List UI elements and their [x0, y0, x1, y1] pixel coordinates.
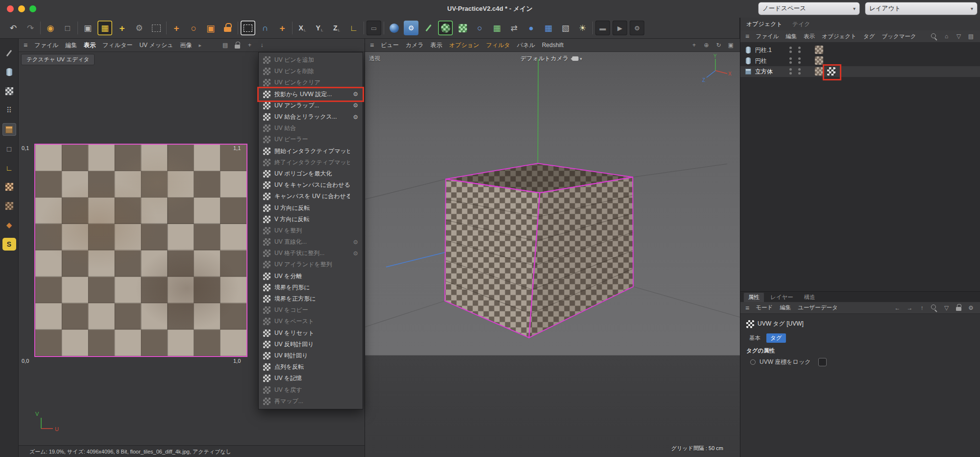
menu-item[interactable]: UV アンラップ... ⚙: [259, 100, 363, 111]
menu-item[interactable]: オプション: [449, 41, 479, 50]
menu-item[interactable]: ファイル: [756, 33, 779, 40]
menu-item[interactable]: 画像: [180, 41, 192, 50]
lock-icon[interactable]: [233, 41, 242, 50]
hamburger-icon[interactable]: ≡: [370, 41, 374, 49]
render-gear-icon[interactable]: ⚙: [630, 21, 644, 35]
uvw-tag-icon[interactable]: [827, 67, 835, 76]
play-icon[interactable]: ▶: [612, 21, 627, 35]
visibility-dots[interactable]: [789, 47, 792, 53]
menu-item[interactable]: キャンバスを UV に合わせる ⚙: [259, 191, 363, 202]
menu-item[interactable]: 編集: [65, 41, 77, 50]
menu-item[interactable]: UV 反時計回り ⚙: [259, 339, 363, 350]
menu-item[interactable]: UV ピンをクリア ⚙: [259, 77, 363, 88]
timeline-icon[interactable]: ▬: [595, 21, 610, 35]
menu-item[interactable]: UV をキャンバスに合わせる ⚙: [259, 179, 363, 191]
lock-x-axis-icon[interactable]: X: [295, 21, 310, 35]
rectangle-selection-icon[interactable]: □: [60, 21, 75, 35]
back-icon[interactable]: ←: [893, 304, 902, 312]
manager-tab[interactable]: 構造: [799, 292, 820, 303]
deformer-icon[interactable]: ●: [524, 21, 539, 35]
polygons-mode-icon[interactable]: [2, 123, 16, 136]
light-icon[interactable]: ☀: [575, 21, 590, 35]
lock-icon[interactable]: [955, 304, 963, 312]
pan-view-icon[interactable]: +: [690, 41, 698, 50]
picker-icon[interactable]: ▧: [558, 21, 573, 35]
search-icon[interactable]: [930, 304, 938, 312]
menu-item[interactable]: 境界を円形に ⚙: [259, 282, 363, 293]
filter-icon[interactable]: ▽: [955, 32, 963, 41]
manager-tab[interactable]: レイヤー: [765, 292, 798, 303]
menu-item[interactable]: UV をリセット ⚙: [259, 328, 363, 339]
menu-item[interactable]: Redshift: [542, 42, 564, 49]
paint-tool-icon[interactable]: ◆: [2, 219, 16, 231]
menu-item[interactable]: U 方向に反転 ⚙: [259, 202, 363, 213]
maximize-view-icon[interactable]: ▣: [727, 41, 735, 50]
frame-selected-icon[interactable]: ▣: [80, 21, 95, 35]
uv-transform-icon[interactable]: +: [115, 21, 129, 35]
uv-polygons-mode-icon[interactable]: [2, 200, 16, 212]
menu-item[interactable]: UV メッシュ: [139, 41, 173, 50]
menu-item[interactable]: 境界を正方形に ⚙: [259, 293, 363, 305]
menu-item[interactable]: UV 格子状に整列... ⚙: [259, 248, 363, 259]
menu-item[interactable]: パネル: [517, 41, 535, 50]
gear-icon[interactable]: ⚙: [353, 102, 358, 109]
material-tag-icon[interactable]: [815, 56, 823, 65]
snap-magnet-icon[interactable]: ∩: [258, 21, 272, 35]
menu-overflow-icon[interactable]: ▸: [199, 42, 202, 49]
snap-icon[interactable]: S: [2, 238, 16, 251]
scale-tool-icon[interactable]: ▣: [203, 21, 218, 35]
menu-item[interactable]: UV 結合とリラックス... ⚙: [259, 111, 363, 123]
menu-item[interactable]: UV を記憶 ⚙: [259, 373, 363, 384]
uvw-lock-checkbox[interactable]: [818, 358, 827, 366]
rotate-tool-icon[interactable]: ○: [186, 21, 201, 35]
menu-item[interactable]: UV ピンを削除 ⚙: [259, 66, 363, 77]
menu-item[interactable]: フィルター: [102, 41, 132, 50]
uv-points-mode-icon[interactable]: [2, 180, 16, 193]
uv-editor-tab[interactable]: テクスチャ UV エディタ: [21, 54, 95, 65]
menu-item[interactable]: UV をペースト ⚙: [259, 316, 363, 327]
manager-tab[interactable]: オブジェクト: [746, 20, 783, 28]
menu-item[interactable]: 表示: [84, 41, 96, 50]
viewport-layout-icon[interactable]: ▭: [367, 21, 381, 35]
menu-item[interactable]: カメラ: [406, 41, 424, 50]
object-row[interactable]: 立方体: [740, 66, 980, 77]
texture-mode-icon[interactable]: [2, 85, 16, 98]
edges-mode-icon[interactable]: □: [2, 142, 16, 155]
forward-icon[interactable]: →: [906, 304, 914, 312]
menu-item[interactable]: UV 直線化... ⚙: [259, 236, 363, 248]
render-visibility-dots[interactable]: [798, 47, 801, 53]
live-selection-icon[interactable]: ◉: [43, 21, 58, 35]
projection-label[interactable]: 透視: [369, 55, 380, 62]
manager-tab[interactable]: 属性: [743, 292, 764, 303]
menu-item[interactable]: ユーザーデータ: [798, 304, 838, 311]
edit-pencil-icon[interactable]: [421, 21, 436, 35]
menu-item[interactable]: 開始インタラクティブマッピング ⚙: [259, 146, 363, 157]
lock-z-axis-icon[interactable]: Z: [329, 21, 344, 35]
menu-item[interactable]: 編集: [785, 33, 797, 40]
lock-y-axis-icon[interactable]: Y: [312, 21, 327, 35]
uv-settings-gear-icon[interactable]: ⚙: [132, 21, 147, 35]
object-name[interactable]: 円柱: [755, 57, 767, 65]
redo-icon[interactable]: ↷: [23, 21, 38, 35]
menu-item[interactable]: 投影から UVW 設定... ⚙: [259, 89, 363, 100]
keyframe-dot-icon[interactable]: [750, 359, 756, 365]
camera-selector[interactable]: デフォルトカメラ ▾: [520, 54, 582, 63]
hamburger-icon[interactable]: ≡: [24, 41, 27, 49]
menu-item[interactable]: 再マップ... ⚙: [259, 396, 363, 407]
menu-item[interactable]: オブジェクト: [822, 33, 857, 40]
swap-icon[interactable]: ⇄: [507, 21, 521, 35]
menu-item[interactable]: UV アイランドを整列 ⚙: [259, 259, 363, 270]
parent-icon[interactable]: ↑: [918, 304, 926, 312]
material-tag-icon[interactable]: [815, 67, 823, 76]
viewport-scene[interactable]: [365, 52, 740, 457]
zoom-view-icon[interactable]: ⊕: [702, 41, 710, 50]
uv-grid-icon[interactable]: ▦: [98, 21, 112, 35]
convert-tool-icon[interactable]: [2, 47, 16, 59]
attribute-sub-tab[interactable]: 基本: [745, 333, 764, 343]
layout-dropdown[interactable]: レイアウト ▾: [865, 2, 977, 15]
axis-lock-icon[interactable]: [220, 21, 235, 35]
undo-icon[interactable]: ↶: [6, 21, 21, 35]
hamburger-icon[interactable]: ≡: [745, 304, 749, 312]
pan-icon[interactable]: +: [245, 41, 254, 50]
menu-item[interactable]: V 方向に反転 ⚙: [259, 214, 363, 225]
